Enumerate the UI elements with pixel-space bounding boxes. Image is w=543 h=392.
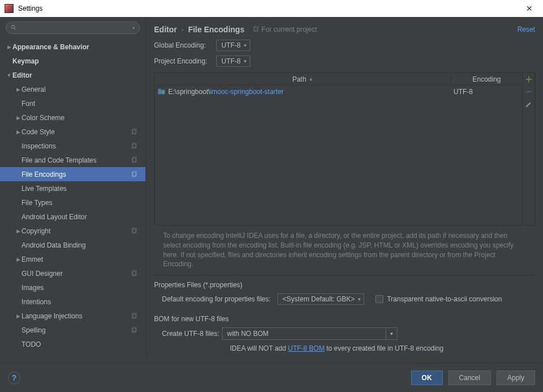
breadcrumb-a[interactable]: Editor (154, 25, 177, 34)
tree-label: File Types (22, 199, 141, 207)
tree-label: Copyright (22, 227, 131, 235)
chevron-down-icon: ▼ (386, 328, 397, 339)
tree-item-intentions[interactable]: Intentions (0, 295, 146, 309)
apply-button[interactable]: Apply (497, 370, 535, 385)
transparent-ascii-checkbox[interactable]: Transparent native-to-ascii conversion (375, 295, 502, 303)
utf8-bom-link[interactable]: UTF-8 BOM (288, 344, 324, 352)
tree-item-color-scheme[interactable]: ▶Color Scheme (0, 110, 146, 125)
tree-item-font[interactable]: Font (0, 96, 146, 110)
copy-icon (131, 171, 138, 178)
tree-label: Font (22, 100, 141, 108)
chevron-down-icon: ▾ (132, 25, 135, 31)
tree-item-todo[interactable]: TODO (0, 337, 146, 351)
breadcrumb-sep: › (181, 26, 183, 33)
encoding-table: Path▲ Encoding E:\springboot\imooc-sprin… (154, 73, 535, 225)
tree-label: Images (22, 284, 141, 292)
tree-label: Color Scheme (22, 114, 141, 122)
properties-encoding-label: Default encoding for properties files: (162, 295, 271, 303)
sidebar: ▾ ▶Appearance & BehaviorKeymap▼Editor▶Ge… (0, 17, 146, 357)
tree-item-keymap[interactable]: Keymap (0, 54, 146, 68)
copy-icon (131, 143, 138, 150)
add-icon[interactable] (525, 75, 533, 83)
tree-item-spelling[interactable]: Spelling (0, 323, 146, 337)
app-icon (5, 4, 14, 13)
project-encoding-combo[interactable]: UTF-8▼ (216, 56, 250, 67)
edit-icon[interactable] (525, 100, 533, 108)
tree-item-live-templates[interactable]: Live Templates (0, 181, 146, 195)
tree-item-appearance-behavior[interactable]: ▶Appearance & Behavior (0, 40, 146, 54)
encoding-header[interactable]: Encoding (451, 73, 522, 86)
project-encoding-label: Project Encoding: (154, 57, 216, 65)
tree-label: File and Code Templates (22, 156, 131, 164)
tree-item-file-types[interactable]: File Types (0, 195, 146, 210)
tree-item-editor[interactable]: ▼Editor (0, 68, 146, 82)
caret-icon: ▶ (6, 44, 12, 50)
tree-item-gui-designer[interactable]: GUI Designer (0, 266, 146, 280)
sort-asc-icon: ▲ (309, 76, 313, 82)
tree-item-images[interactable]: Images (0, 280, 146, 295)
tree-label: Editor (12, 71, 141, 79)
chevron-down-icon: ▼ (243, 59, 247, 64)
tree-item-file-encodings[interactable]: File Encodings (0, 167, 146, 181)
properties-section-title: Properties Files (*.properties) (154, 281, 535, 289)
footer: ? OK Cancel Apply (0, 363, 543, 392)
global-encoding-label: Global Encoding: (154, 41, 216, 49)
tree-label: Appearance & Behavior (12, 43, 141, 51)
breadcrumb: Editor › File Encodings For current proj… (154, 22, 535, 37)
module-icon (158, 88, 166, 95)
tree-label: Live Templates (22, 185, 141, 193)
copy-icon (131, 270, 138, 277)
tree-label: TODO (22, 340, 141, 348)
copy-icon (131, 313, 138, 319)
tree-item-android-data-binding[interactable]: Android Data Binding (0, 238, 146, 252)
search-icon (11, 24, 17, 31)
tree-item-inspections[interactable]: Inspections (0, 139, 146, 153)
tree-label: GUI Designer (22, 270, 131, 278)
hint-text: To change encoding IntelliJ IDEA uses fo… (154, 225, 535, 275)
close-icon[interactable]: ✕ (520, 4, 538, 13)
help-button[interactable]: ? (8, 372, 20, 384)
tree-item-copyright[interactable]: ▶Copyright (0, 224, 146, 238)
copy-icon (131, 228, 138, 235)
ok-button[interactable]: OK (411, 370, 443, 385)
search-input[interactable] (19, 24, 132, 32)
copy-icon (131, 129, 138, 135)
tree-label: Keymap (12, 57, 141, 65)
search-input-wrap[interactable]: ▾ (6, 22, 140, 34)
tree-item-android-layout-editor[interactable]: Android Layout Editor (0, 210, 146, 224)
row-encoding[interactable]: UTF-8 (451, 88, 522, 96)
bom-note: IDEA will NOT add UTF-8 BOM to every cre… (154, 344, 535, 352)
tree-label: Spelling (22, 326, 131, 334)
tree-label: Inspections (22, 142, 131, 150)
reset-link[interactable]: Reset (518, 25, 535, 33)
cancel-button[interactable]: Cancel (448, 370, 491, 385)
create-utf8-select[interactable]: with NO BOM ▼ (222, 327, 397, 340)
remove-icon[interactable] (525, 88, 533, 96)
tree-item-language-injections[interactable]: ▶Language Injections (0, 309, 146, 323)
table-row[interactable]: E:\springboot\imooc-springboot-starter U… (155, 86, 522, 98)
tree-item-emmet[interactable]: ▶Emmet (0, 252, 146, 266)
svg-rect-21 (158, 89, 161, 91)
svg-point-0 (11, 25, 14, 28)
checkbox-box (375, 295, 383, 303)
tree-label: Code Style (22, 128, 131, 136)
copy-icon (253, 26, 259, 33)
properties-encoding-combo[interactable]: <System Default: GBK>▼ (277, 293, 364, 305)
main-panel: Editor › File Encodings For current proj… (146, 17, 543, 357)
breadcrumb-b: File Encodings (188, 25, 245, 34)
window-title: Settings (18, 5, 520, 12)
caret-icon: ▶ (15, 115, 22, 121)
tree-item-file-and-code-templates[interactable]: File and Code Templates (0, 153, 146, 167)
chevron-down-icon: ▼ (243, 43, 247, 48)
copy-icon (131, 157, 138, 164)
caret-icon: ▼ (6, 73, 12, 78)
tree-label: Language Injections (22, 312, 131, 320)
tree-item-general[interactable]: ▶General (0, 82, 146, 96)
path-header[interactable]: Path▲ (155, 73, 451, 86)
caret-icon: ▶ (15, 257, 22, 262)
caret-icon: ▶ (15, 87, 22, 92)
tree-item-code-style[interactable]: ▶Code Style (0, 125, 146, 139)
global-encoding-combo[interactable]: UTF-8▼ (216, 40, 250, 51)
caret-icon: ▶ (15, 129, 22, 135)
settings-tree[interactable]: ▶Appearance & BehaviorKeymap▼Editor▶Gene… (0, 37, 146, 357)
